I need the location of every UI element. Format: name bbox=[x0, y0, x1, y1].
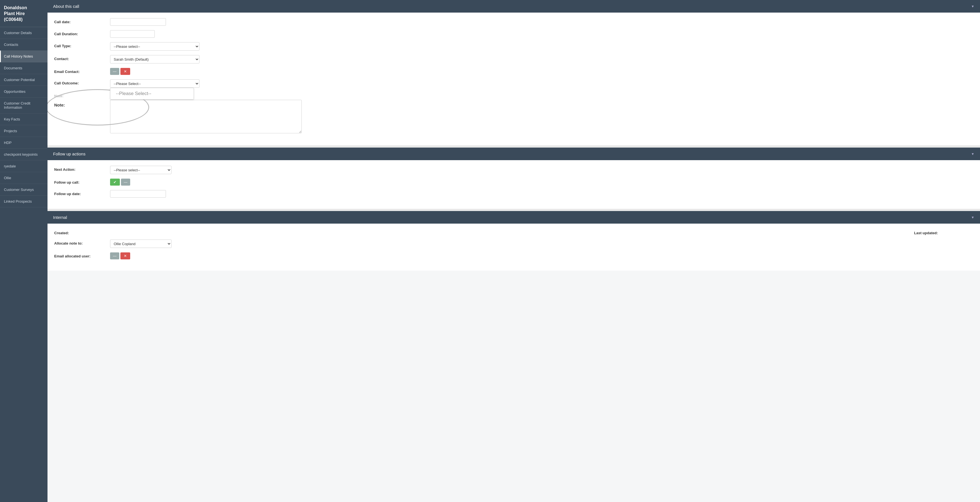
email-contact-x-button[interactable]: ✕ bbox=[120, 68, 130, 75]
next-action-label: Next Action: bbox=[54, 166, 110, 172]
allocate-select[interactable]: Ollie Copland bbox=[110, 239, 172, 248]
email-contact-row: Email Contact: — ✕ bbox=[54, 68, 973, 75]
call-date-wrap: 30/11/2017 11:45 AM bbox=[110, 18, 305, 26]
email-allocated-wrap: — ✕ bbox=[110, 252, 305, 260]
allocate-row: Allocate note to: Ollie Copland bbox=[54, 239, 973, 248]
follow-up-panel-chevron: ▼ bbox=[971, 152, 974, 156]
call-outcome-label: Call Outcome: bbox=[54, 80, 110, 85]
follow-up-call-label: Follow up call: bbox=[54, 178, 110, 185]
sidebar-item-4[interactable]: Customer Potential bbox=[0, 74, 48, 86]
call-outcome-row: Call Outcome: --Please Select-- --Please… bbox=[54, 80, 973, 88]
call-duration-label: Call Duration: bbox=[54, 30, 110, 36]
about-panel-body: Call date: 30/11/2017 11:45 AM Call Dura… bbox=[48, 13, 980, 145]
section-gap-2 bbox=[48, 209, 980, 211]
call-outcome-wrap: --Please Select-- --Please Select-- bbox=[110, 80, 305, 88]
brand: Donaldson Plant Hire (C00648) bbox=[0, 0, 48, 27]
follow-up-panel-body: Next Action: --Please select-- Follow up… bbox=[48, 160, 980, 209]
sidebar-item-14[interactable]: Linked Prospects bbox=[0, 196, 48, 207]
follow-up-call-check-button[interactable]: ✔ bbox=[110, 178, 120, 186]
internal-panel-header[interactable]: Internal ▼ bbox=[48, 211, 980, 224]
note-textarea[interactable] bbox=[110, 100, 302, 133]
sidebar-item-13[interactable]: Customer Surveys bbox=[0, 184, 48, 196]
follow-up-panel-header[interactable]: Follow up actions ▼ bbox=[48, 148, 980, 160]
call-date-row: Call date: 30/11/2017 11:45 AM bbox=[54, 18, 973, 26]
about-panel-title: About this call bbox=[53, 4, 79, 9]
main-content: About this call ▼ Call date: 30/11/2017 … bbox=[48, 0, 980, 502]
call-date-label: Call date: bbox=[54, 18, 110, 24]
last-updated-col: Last updated: bbox=[914, 229, 973, 235]
please-select-dropdown: --Please Select-- bbox=[110, 88, 194, 99]
internal-panel-chevron: ▼ bbox=[971, 215, 974, 220]
email-contact-label: Email Contact: bbox=[54, 68, 110, 74]
sidebar-item-9[interactable]: HDP bbox=[0, 137, 48, 149]
please-select-text: --Please Select-- bbox=[116, 91, 151, 96]
note-label: Note: bbox=[54, 100, 110, 107]
call-type-wrap: --Please select-- bbox=[110, 42, 305, 51]
allocate-label: Allocate note to: bbox=[54, 239, 110, 245]
about-panel-header[interactable]: About this call ▼ bbox=[48, 0, 980, 13]
email-contact-buttons: — ✕ bbox=[110, 68, 305, 75]
email-allocated-row: Email allocated user: — ✕ bbox=[54, 252, 973, 260]
sidebar-nav: Customer DetailsContactsCall History Not… bbox=[0, 27, 48, 502]
call-duration-input[interactable] bbox=[110, 30, 155, 38]
follow-up-call-dash-button[interactable]: — bbox=[121, 178, 130, 186]
email-allocated-label: Email allocated user: bbox=[54, 252, 110, 258]
sidebar-item-8[interactable]: Projects bbox=[0, 125, 48, 137]
contact-wrap: Sarah Smith (Default) bbox=[110, 55, 305, 64]
follow-up-call-buttons: ✔ — bbox=[110, 178, 305, 186]
created-col: Created: bbox=[54, 229, 113, 235]
sidebar-item-0[interactable]: Customer Details bbox=[0, 27, 48, 39]
last-updated-label: Last updated: bbox=[914, 229, 970, 235]
sidebar-item-6[interactable]: Customer Credit Information bbox=[0, 97, 48, 113]
sidebar-item-11[interactable]: ryedale bbox=[0, 161, 48, 172]
follow-up-panel-title: Follow up actions bbox=[53, 151, 86, 156]
sidebar-item-1[interactable]: Contacts bbox=[0, 39, 48, 51]
call-type-select[interactable]: --Please select-- bbox=[110, 42, 199, 51]
about-panel-chevron: ▼ bbox=[971, 5, 974, 8]
sidebar-item-7[interactable]: Key Facts bbox=[0, 113, 48, 125]
note-row: Note: bbox=[54, 100, 973, 134]
next-action-select[interactable]: --Please select-- bbox=[110, 166, 172, 174]
allocate-wrap: Ollie Copland bbox=[110, 239, 305, 248]
email-allocated-dash-button[interactable]: — bbox=[110, 252, 119, 260]
call-outcome-select[interactable]: --Please Select-- bbox=[110, 80, 199, 88]
note-textarea-wrap bbox=[110, 100, 305, 134]
next-action-row: Next Action: --Please select-- bbox=[54, 166, 973, 174]
email-contact-dash-button[interactable]: — bbox=[110, 68, 119, 75]
follow-up-date-wrap: 14/12/2017 11:45 AM bbox=[110, 190, 305, 198]
call-type-label: Call Type: bbox=[54, 42, 110, 48]
internal-panel-body: Created: Last updated: Allocate note to:… bbox=[48, 224, 980, 271]
created-row: Created: Last updated: bbox=[54, 229, 973, 235]
sidebar-item-12[interactable]: Ollie bbox=[0, 172, 48, 184]
call-date-input[interactable]: 30/11/2017 11:45 AM bbox=[110, 18, 166, 26]
sidebar-item-5[interactable]: Opportunities bbox=[0, 86, 48, 97]
follow-up-date-row: Follow up date: 14/12/2017 11:45 AM bbox=[54, 190, 973, 198]
sidebar-item-3[interactable]: Documents bbox=[0, 62, 48, 74]
email-contact-wrap: — ✕ bbox=[110, 68, 305, 75]
note-hidden-label: Note: bbox=[54, 92, 110, 98]
follow-up-call-wrap: ✔ — bbox=[110, 178, 305, 186]
email-allocated-buttons: — ✕ bbox=[110, 252, 305, 260]
call-type-row: Call Type: --Please select-- bbox=[54, 42, 973, 51]
call-duration-row: Call Duration: bbox=[54, 30, 973, 38]
email-allocated-x-button[interactable]: ✕ bbox=[120, 252, 130, 260]
created-label: Created: bbox=[54, 229, 110, 235]
internal-panel-title: Internal bbox=[53, 215, 67, 220]
follow-up-date-label: Follow up date: bbox=[54, 190, 110, 196]
internal-panel: Internal ▼ Created: Last updated: Alloca… bbox=[48, 211, 980, 271]
sidebar-item-2[interactable]: Call History Notes bbox=[0, 51, 48, 62]
follow-up-panel: Follow up actions ▼ Next Action: --Pleas… bbox=[48, 148, 980, 209]
contact-select[interactable]: Sarah Smith (Default) bbox=[110, 55, 199, 64]
sidebar-item-10[interactable]: checkpoint keypoints bbox=[0, 149, 48, 161]
brand-name: Donaldson Plant Hire (C00648) bbox=[4, 5, 27, 22]
sidebar: Donaldson Plant Hire (C00648) Customer D… bbox=[0, 0, 48, 502]
contact-row: Contact: Sarah Smith (Default) bbox=[54, 55, 973, 64]
call-duration-wrap bbox=[110, 30, 305, 38]
about-panel: About this call ▼ Call date: 30/11/2017 … bbox=[48, 0, 980, 145]
section-gap-1 bbox=[48, 145, 980, 148]
follow-up-call-row: Follow up call: ✔ — bbox=[54, 178, 973, 186]
contact-label: Contact: bbox=[54, 55, 110, 61]
next-action-wrap: --Please select-- bbox=[110, 166, 305, 174]
follow-up-date-input[interactable]: 14/12/2017 11:45 AM bbox=[110, 190, 166, 198]
